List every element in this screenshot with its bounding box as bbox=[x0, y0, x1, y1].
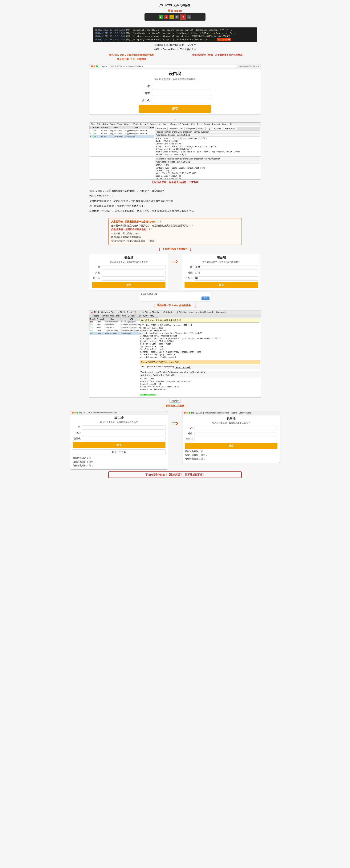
restart-button[interactable]: ↺ bbox=[181, 15, 185, 19]
resp2-raw[interactable]: Raw bbox=[161, 374, 164, 376]
subtab-webview[interactable]: WebView bbox=[201, 131, 209, 133]
resp-tab-hexview[interactable]: HexView bbox=[204, 158, 211, 160]
tab-autoresponder[interactable]: AutoResponder bbox=[168, 127, 184, 130]
stop-button[interactable]: ■ bbox=[164, 15, 168, 19]
tab-stats[interactable]: Statistics bbox=[212, 127, 223, 130]
debug-button[interactable]: 🐛 bbox=[170, 15, 174, 19]
dot-green-right[interactable] bbox=[188, 412, 190, 414]
f2-inspectors[interactable]: Inspectors bbox=[189, 311, 199, 313]
f2-menu-xml2[interactable]: XML bbox=[150, 315, 154, 317]
subtab-cookies[interactable]: Cookies bbox=[168, 134, 175, 136]
table-row-selected[interactable]: 5 200 HTTP 127.0.0.1:8080 /cs/message bbox=[90, 135, 154, 138]
table-row[interactable]: 3 200 HTTPS aug.aa.360.ch /suggested/wor… bbox=[90, 129, 154, 132]
menu-help[interactable]: Help bbox=[124, 123, 128, 125]
more-button[interactable]: ≡ bbox=[187, 15, 191, 19]
dot-yellow[interactable] bbox=[93, 65, 95, 67]
f2-log[interactable]: 📋 Log bbox=[134, 311, 140, 313]
subtab-imageview[interactable]: ImageView bbox=[183, 131, 192, 133]
f2-statistics[interactable]: 📊 Statistics bbox=[176, 311, 187, 313]
menu-tools[interactable]: Tools bbox=[110, 123, 115, 125]
nav-back[interactable]: × ← Go bbox=[158, 123, 166, 125]
resp2-tab-textview[interactable]: TextView bbox=[159, 371, 167, 373]
stream-btn[interactable]: ✦ Stream bbox=[168, 123, 177, 125]
resp-subtab-xml[interactable]: XML bbox=[186, 161, 190, 163]
bottom-submit-left[interactable]: 提交 bbox=[72, 442, 166, 448]
dot-green-left[interactable] bbox=[77, 412, 78, 413]
small-input-who-left[interactable] bbox=[101, 265, 166, 270]
subtab-caching[interactable]: Caching bbox=[161, 134, 168, 136]
replay-label[interactable]: Replay bbox=[169, 399, 180, 403]
bottom-input-who-right[interactable] bbox=[194, 426, 278, 430]
resp2-xml[interactable]: XML bbox=[171, 374, 175, 376]
resp-tab-textview[interactable]: TextView bbox=[175, 158, 182, 160]
run-button[interactable]: ▶ bbox=[159, 15, 163, 19]
subtab-headers[interactable]: Headers bbox=[156, 131, 163, 133]
resp-tab-webview[interactable]: WebView bbox=[212, 158, 220, 160]
dot-yellow-left[interactable] bbox=[74, 412, 76, 413]
bottom-input-who-left[interactable] bbox=[82, 426, 166, 430]
resp-subtab-caching[interactable]: Caching bbox=[161, 161, 168, 163]
f2-getstarted[interactable]: Get Started bbox=[164, 311, 174, 313]
wiconfig[interactable]: WinConfig bbox=[133, 123, 142, 125]
refresh-page-btn[interactable]: 刷新一下页面 bbox=[72, 450, 166, 455]
bottom-input-to-right[interactable] bbox=[194, 432, 278, 436]
f2-composer[interactable]: Composer bbox=[216, 311, 226, 313]
fq-replay[interactable]: ▶ Fq Replay bbox=[145, 123, 156, 125]
f2-menu-textview[interactable]: TextView bbox=[100, 315, 109, 317]
small-submit-right[interactable]: 提交 bbox=[184, 282, 258, 288]
decode-btn[interactable]: ⊞ Decode bbox=[179, 123, 189, 125]
resp-tab-headers[interactable]: Headers bbox=[167, 158, 174, 160]
f2-menu-json2[interactable]: JSON bbox=[143, 315, 148, 317]
dot-red-right[interactable] bbox=[184, 412, 186, 414]
small-submit-left[interactable]: 提交 bbox=[92, 282, 166, 288]
tab-filters[interactable]: Filters bbox=[197, 127, 205, 130]
resp-tab-imageview[interactable]: ImageView bbox=[194, 158, 203, 160]
f2-orchestra[interactable]: 🎻 Fiddler Orchestra Beta bbox=[91, 311, 115, 313]
tab-composer[interactable]: Composer bbox=[185, 127, 197, 130]
f2-menu-headers[interactable]: Headers bbox=[91, 315, 99, 317]
table-row[interactable]: 4 200 HTTPS aug.aa.360.ch /suggested/wor… bbox=[90, 132, 154, 135]
resp2-tab-headers[interactable]: Headers bbox=[151, 371, 159, 373]
resp2-json[interactable]: JSON bbox=[165, 374, 170, 376]
build-button[interactable]: ⚙ bbox=[175, 15, 179, 19]
bottom-input-say-left[interactable] bbox=[82, 437, 166, 441]
view-notepad-btn-2[interactable]: View in Notepad bbox=[175, 366, 191, 369]
dot-red[interactable] bbox=[91, 65, 93, 67]
resp2-cookies[interactable]: Cookies bbox=[153, 374, 160, 376]
resp2-tab-transformer[interactable]: Transformer bbox=[141, 371, 151, 373]
message-refresh-btn[interactable]: 刷新 bbox=[202, 297, 209, 300]
dot-yellow-right[interactable] bbox=[186, 412, 188, 414]
resp-subtab-cookies[interactable]: Cookies bbox=[168, 161, 175, 163]
tab-fiddlerscript[interactable]: FiddlerScript bbox=[223, 127, 237, 130]
subtab-syntaxview[interactable]: SyntaxView bbox=[172, 131, 182, 133]
input-who[interactable] bbox=[152, 84, 211, 89]
dot-red-left[interactable] bbox=[72, 412, 74, 413]
small-input-say-right[interactable] bbox=[194, 276, 258, 280]
subtab-raw[interactable]: Raw bbox=[176, 134, 180, 136]
resp-subtab-raw[interactable]: Raw bbox=[176, 161, 180, 163]
resp-subtab-auth[interactable]: Auth bbox=[156, 161, 160, 163]
bottom-input-to-left[interactable] bbox=[82, 431, 166, 435]
f2-filters[interactable]: 🔍 Filters bbox=[142, 311, 151, 313]
resp2-tab-webview[interactable]: WebView bbox=[197, 371, 205, 373]
browser-tab[interactable]: confessionWall.html X bbox=[238, 65, 259, 67]
small-input-say-left[interactable] bbox=[101, 276, 166, 280]
menu-file[interactable]: File bbox=[91, 123, 94, 125]
input-to[interactable] bbox=[152, 91, 211, 96]
dot-green[interactable] bbox=[96, 65, 98, 67]
small-input-to-left[interactable] bbox=[101, 271, 166, 275]
browser-url-bar[interactable]: https://127.0.0.1:8080/cs/confessionWall… bbox=[99, 65, 237, 68]
resp2-tab-hexview[interactable]: HexView bbox=[189, 371, 196, 373]
f2-autoresponder[interactable]: AutoResponder bbox=[200, 311, 214, 313]
f2-menu-raw[interactable]: Raw bbox=[137, 315, 141, 317]
menu-view[interactable]: View bbox=[117, 123, 122, 125]
resp2-caching[interactable]: Caching bbox=[145, 374, 152, 376]
f2-menu-cookies[interactable]: Cookies bbox=[128, 315, 136, 317]
bottom-submit-right[interactable]: 提交 bbox=[185, 443, 278, 449]
f2-fiddlerscript[interactable]: 📝 FiddlerScript bbox=[117, 311, 132, 313]
f2-menu-auth[interactable]: Auth bbox=[122, 315, 126, 317]
subtab-xml[interactable]: XML bbox=[186, 134, 190, 136]
resp2-tab-imageview[interactable]: ImageView bbox=[179, 371, 188, 373]
small-input-to-right[interactable] bbox=[194, 271, 258, 275]
small-input-who-right[interactable] bbox=[194, 265, 258, 270]
